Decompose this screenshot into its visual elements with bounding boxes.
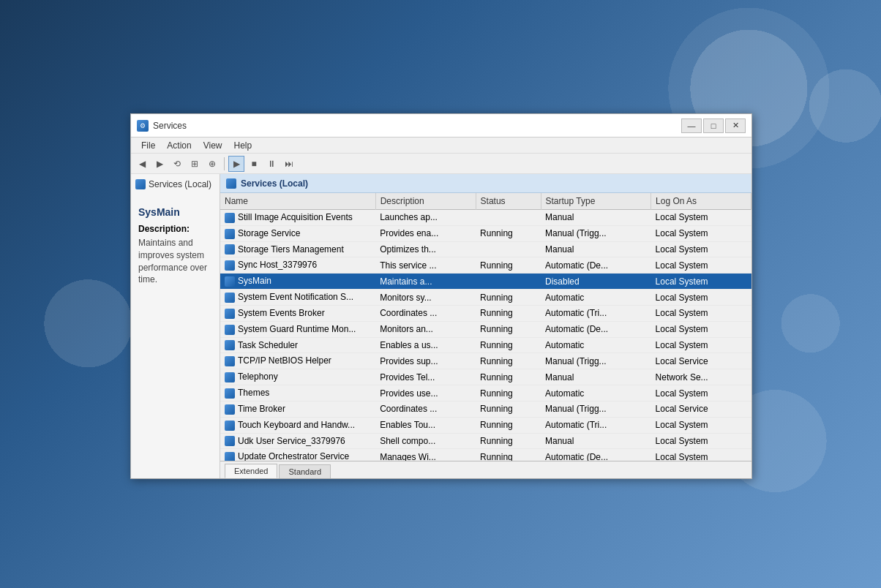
table-row[interactable]: Time BrokerCoordinates ...RunningManual … (220, 401, 751, 417)
service-icon (225, 260, 235, 271)
service-logon-cell: Local System (651, 305, 751, 321)
service-logon-cell: Local System (651, 321, 751, 337)
col-header-logon[interactable]: Log On As (651, 193, 751, 210)
tree-item-services-local[interactable]: Services (Local) (131, 177, 220, 192)
col-header-startup[interactable]: Startup Type (541, 193, 651, 210)
service-logon-cell: Local Service (651, 353, 751, 369)
services-window: ⚙ Services — □ ✕ File Action View Help ◀… (130, 113, 752, 479)
pause-service-button[interactable]: ⏸ (263, 156, 280, 172)
service-name-cell: System Events Broker (220, 305, 375, 321)
services-table: Name Description Status Startup Type Log… (220, 193, 751, 461)
table-row[interactable]: System Event Notification S...Monitors s… (220, 290, 751, 306)
bottom-tabs: Extended Standard (220, 461, 751, 478)
service-status-cell: Running (476, 305, 541, 321)
table-row[interactable]: SysMainMaintains a...DisabledLocal Syste… (220, 274, 751, 290)
service-logon-cell: Local System (651, 290, 751, 306)
tab-extended[interactable]: Extended (225, 464, 277, 478)
table-row[interactable]: Storage ServiceProvides ena...RunningMan… (220, 225, 751, 241)
service-logon-cell: Network Se... (651, 369, 751, 385)
service-name-cell: TCP/IP NetBIOS Helper (220, 353, 375, 369)
table-row[interactable]: Touch Keyboard and Handw...Enables Tou..… (220, 417, 751, 433)
service-icon (225, 372, 235, 382)
service-status-cell (476, 274, 541, 290)
table-row[interactable]: Storage Tiers ManagementOptimizes th...M… (220, 241, 751, 257)
service-logon-cell: Local System (651, 433, 751, 449)
service-icon (225, 356, 235, 366)
minimize-button[interactable]: — (681, 118, 702, 133)
service-status-cell (476, 210, 541, 226)
service-startup-cell: Automatic (541, 290, 651, 306)
service-desc-cell: This service ... (375, 257, 476, 274)
service-startup-cell: Automatic (541, 385, 651, 402)
tab-standard[interactable]: Standard (279, 464, 331, 478)
stop-service-button[interactable]: ■ (246, 156, 262, 172)
service-startup-cell: Manual (541, 433, 651, 449)
col-header-name[interactable]: Name (220, 193, 375, 210)
service-startup-cell: Disabled (541, 274, 651, 290)
table-row[interactable]: TelephonyProvides Tel...RunningManualNet… (220, 369, 751, 385)
services-table-area[interactable]: Name Description Status Startup Type Log… (220, 193, 751, 461)
service-icon (225, 404, 235, 415)
refresh-button[interactable]: ⟲ (169, 156, 185, 172)
panel-header: Services (Local) (220, 174, 751, 193)
table-row[interactable]: Task SchedulerEnables a us...RunningAuto… (220, 337, 751, 353)
close-button[interactable]: ✕ (725, 118, 746, 133)
service-logon-cell: Local System (651, 210, 751, 226)
service-logon-cell: Local System (651, 417, 751, 433)
service-status-cell: Running (476, 225, 541, 241)
service-logon-cell: Local System (651, 225, 751, 241)
service-icon (225, 421, 235, 431)
window-icon: ⚙ (137, 120, 149, 132)
service-status-cell: Running (476, 290, 541, 306)
service-desc-cell: Provides ena... (375, 225, 476, 241)
service-icon (225, 436, 235, 446)
service-startup-cell: Manual (541, 210, 651, 226)
table-row[interactable]: Udk User Service_3379976Shell compo...Ru… (220, 433, 751, 449)
selected-service-name: SysMain (138, 206, 212, 218)
service-desc-cell: Manages Wi... (375, 449, 476, 461)
table-row[interactable]: System Guard Runtime Mon...Monitors an..… (220, 321, 751, 337)
table-row[interactable]: Still Image Acquisition EventsLaunches a… (220, 210, 751, 226)
service-icon (225, 340, 235, 350)
service-name-cell: Sync Host_3379976 (220, 257, 375, 274)
service-startup-cell: Manual (Trigg... (541, 225, 651, 241)
menu-view[interactable]: View (198, 139, 228, 152)
service-name-cell: System Event Notification S... (220, 290, 375, 306)
show-hide-button[interactable]: ⊞ (187, 156, 203, 172)
service-desc-cell: Enables Tou... (375, 417, 476, 433)
service-icon (225, 309, 235, 319)
service-startup-cell: Manual (Trigg... (541, 401, 651, 417)
table-row[interactable]: ThemesProvides use...RunningAutomaticLoc… (220, 385, 751, 402)
service-desc-cell: Enables a us... (375, 337, 476, 353)
toolbar-separator (224, 157, 225, 170)
service-name-cell: Udk User Service_3379976 (220, 433, 375, 449)
forward-button[interactable]: ▶ (151, 156, 168, 172)
table-header-row: Name Description Status Startup Type Log… (220, 193, 751, 210)
table-row[interactable]: Update Orchestrator ServiceManages Wi...… (220, 449, 751, 461)
resume-service-button[interactable]: ⏭ (281, 156, 297, 172)
menu-file[interactable]: File (135, 139, 161, 152)
col-header-status[interactable]: Status (476, 193, 541, 210)
col-header-desc[interactable]: Description (375, 193, 476, 210)
table-row[interactable]: System Events BrokerCoordinates ...Runni… (220, 305, 751, 321)
table-row[interactable]: TCP/IP NetBIOS HelperProvides sup...Runn… (220, 353, 751, 369)
menu-action[interactable]: Action (161, 139, 197, 152)
menu-help[interactable]: Help (228, 139, 258, 152)
service-startup-cell: Automatic (De... (541, 449, 651, 461)
table-row[interactable]: Sync Host_3379976This service ...Running… (220, 257, 751, 274)
start-service-button[interactable]: ▶ (228, 156, 244, 172)
maximize-button[interactable]: □ (703, 118, 724, 133)
service-logon-cell: Local System (651, 241, 751, 257)
properties-button[interactable]: ⊕ (204, 156, 220, 172)
description-text: Maintains and improves system performanc… (138, 237, 212, 286)
title-bar: ⚙ Services — □ ✕ (131, 114, 751, 137)
window-title: Services (153, 121, 681, 131)
service-icon (225, 388, 235, 399)
toolbar: ◀ ▶ ⟲ ⊞ ⊕ ▶ ■ ⏸ ⏭ (131, 154, 751, 174)
service-desc-cell: Maintains a... (375, 274, 476, 290)
service-name-cell: Still Image Acquisition Events (220, 210, 375, 226)
service-icon (225, 452, 235, 461)
back-button[interactable]: ◀ (134, 156, 150, 172)
service-status-cell: Running (476, 417, 541, 433)
service-logon-cell: Local System (651, 449, 751, 461)
